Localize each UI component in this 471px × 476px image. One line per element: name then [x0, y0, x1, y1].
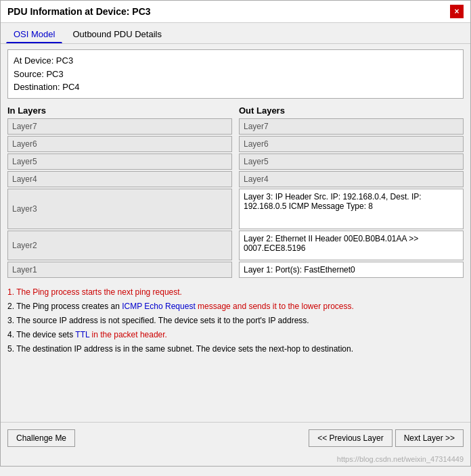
in-layer4: Layer4 [7, 171, 232, 187]
prev-layer-button[interactable]: << Previous Layer [309, 429, 392, 447]
layers-container: In Layers Layer7 Layer6 Layer5 Layer4 La… [7, 105, 464, 279]
out-layer2: Layer 2: Ethernet II Header 00E0.B0B4.01… [239, 231, 464, 260]
desc-5: 5. The destination IP address is in the … [7, 343, 464, 356]
out-layers-section: Out Layers Layer7 Layer6 Layer5 Layer4 L… [239, 105, 464, 279]
layer-nav-buttons: << Previous Layer Next Layer >> [309, 429, 464, 447]
content-area: At Device: PC3 Source: PC3 Destination: … [1, 44, 470, 368]
desc-3: 3. The source IP address is not specifie… [7, 314, 464, 327]
main-window: PDU Information at Device: PC3 × OSI Mod… [0, 0, 471, 467]
device-info-box: At Device: PC3 Source: PC3 Destination: … [7, 49, 464, 99]
challenge-me-button[interactable]: Challenge Me [7, 429, 75, 447]
window-title: PDU Information at Device: PC3 [7, 6, 151, 17]
in-layers-section: In Layers Layer7 Layer6 Layer5 Layer4 La… [7, 105, 232, 279]
bottom-bar: Challenge Me << Previous Layer Next Laye… [1, 422, 470, 454]
in-layer5: Layer5 [7, 153, 232, 170]
in-layer2: Layer2 [7, 231, 232, 260]
tab-osi-model[interactable]: OSI Model [6, 26, 62, 43]
title-bar: PDU Information at Device: PC3 × [1, 1, 470, 23]
out-layer1: Layer 1: Port(s): FastEthernet0 [239, 262, 464, 278]
tab-outbound-pdu[interactable]: Outbound PDU Details [65, 26, 169, 43]
tab-bar: OSI Model Outbound PDU Details [1, 23, 470, 44]
in-layer7: Layer7 [7, 118, 232, 135]
device-info-destination: Destination: PC4 [14, 80, 457, 94]
device-info-at: At Device: PC3 [14, 54, 457, 68]
out-layers-title: Out Layers [239, 105, 464, 116]
watermark: https://blog.csdn.net/weixin_47314449 [1, 454, 470, 466]
close-button[interactable]: × [450, 5, 464, 18]
out-layer5: Layer5 [239, 153, 464, 170]
out-layer3: Layer 3: IP Header Src. IP: 192.168.0.4,… [239, 189, 464, 229]
device-info-source: Source: PC3 [14, 68, 457, 81]
desc-2: 2. The Ping process creates an ICMP Echo… [7, 300, 464, 313]
in-layer1: Layer1 [7, 262, 232, 278]
desc-4: 4. The device sets TTL in the packet hea… [7, 329, 464, 341]
in-layer6: Layer6 [7, 136, 232, 152]
desc-1: 1. The Ping process starts the next ping… [7, 286, 464, 299]
next-layer-button[interactable]: Next Layer >> [395, 429, 464, 447]
in-layer3: Layer3 [7, 189, 232, 229]
out-layer7: Layer7 [239, 118, 464, 135]
in-layers-title: In Layers [7, 105, 232, 116]
out-layer6: Layer6 [239, 136, 464, 152]
out-layer4: Layer4 [239, 171, 464, 187]
description-area: 1. The Ping process starts the next ping… [7, 286, 464, 356]
